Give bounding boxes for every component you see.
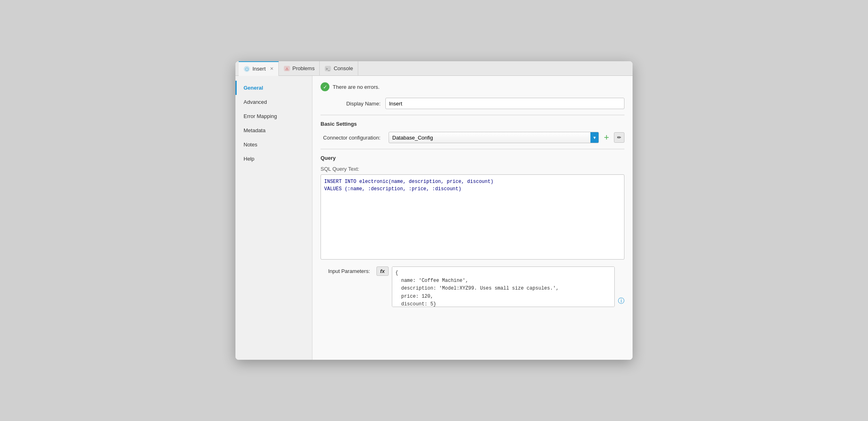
divider-1 (321, 115, 624, 115)
input-params-row: Input Parameters: fx { name: 'Coffee Mac… (321, 266, 624, 307)
sidebar-item-metadata[interactable]: Metadata (235, 123, 312, 137)
problems-icon: ⚠ (284, 65, 290, 72)
tab-close-icon[interactable]: ✕ (270, 66, 274, 71)
tab-problems-label: Problems (293, 65, 315, 71)
connector-row: Connector configuration: Database_Config… (321, 132, 624, 143)
tab-console-label: Console (334, 65, 353, 71)
sidebar-item-error-mapping[interactable]: Error Mapping (235, 109, 312, 123)
tab-insert-label: Insert (252, 66, 266, 72)
svg-text:⬡: ⬡ (245, 67, 249, 71)
edit-icon: ✏ (617, 135, 621, 140)
sidebar-item-notes[interactable]: Notes (235, 137, 312, 152)
sidebar-item-advanced[interactable]: Advanced (235, 95, 312, 109)
sidebar: General Advanced Error Mapping Metadata … (235, 76, 312, 360)
connector-select-value: Database_Config (392, 135, 433, 141)
main-panel: ✓ There are no errors. Display Name: Bas… (312, 76, 633, 360)
main-window: ⬡ Insert ✕ ⚠ Problems >_ (235, 61, 633, 360)
query-section-header: Query (321, 155, 624, 161)
tab-insert[interactable]: ⬡ Insert ✕ (239, 61, 279, 76)
tab-console[interactable]: >_ Console (320, 61, 358, 76)
divider-2 (321, 149, 624, 149)
connector-label: Connector configuration: (321, 135, 385, 141)
input-params-label: Input Parameters: (321, 266, 373, 274)
connector-select[interactable]: Database_Config ▼ (389, 132, 599, 143)
query-section: Query SQL Query Text: INSERT INTO electr… (321, 155, 624, 261)
db-insert-icon: ⬡ (244, 66, 250, 72)
status-bar: ✓ There are no errors. (321, 82, 624, 91)
sidebar-item-general[interactable]: General (235, 81, 312, 95)
display-name-input[interactable] (385, 98, 624, 109)
console-icon: >_ (325, 65, 331, 72)
tab-problems[interactable]: ⚠ Problems (279, 61, 320, 76)
sidebar-item-help[interactable]: Help (235, 152, 312, 166)
connector-dropdown-arrow: ▼ (590, 132, 599, 143)
add-connector-button[interactable]: + (602, 133, 611, 142)
sql-query-textarea[interactable]: INSERT INTO electronic(name, description… (321, 174, 624, 260)
content-area: General Advanced Error Mapping Metadata … (235, 76, 633, 360)
info-icon: ⓘ (618, 297, 624, 307)
basic-settings-header: Basic Settings (321, 121, 624, 127)
tab-bar: ⬡ Insert ✕ ⚠ Problems >_ (235, 61, 633, 76)
fx-button[interactable]: fx (376, 266, 389, 276)
display-name-label: Display Name: (321, 101, 385, 107)
svg-text:>_: >_ (326, 67, 330, 71)
status-message: There are no errors. (333, 84, 380, 90)
edit-connector-button[interactable]: ✏ (614, 132, 624, 143)
input-params-textarea[interactable]: { name: 'Coffee Machine', description: '… (392, 266, 615, 307)
status-success-icon: ✓ (321, 82, 329, 91)
svg-text:⚠: ⚠ (285, 67, 289, 71)
display-name-row: Display Name: (321, 98, 624, 109)
sql-label: SQL Query Text: (321, 166, 624, 172)
